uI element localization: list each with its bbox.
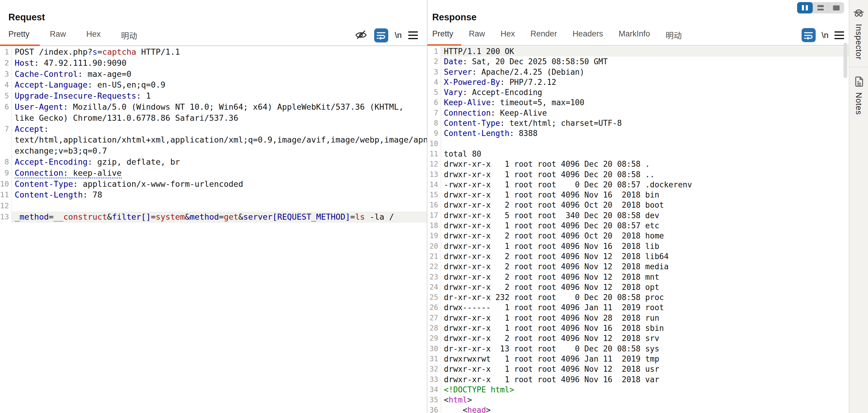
line-content: Accept-Encoding: gzip, deflate, br — [12, 157, 427, 168]
editor-line: 3Cache-Control: max-age=0 — [0, 69, 427, 80]
word-wrap-toggle-button[interactable] — [802, 28, 816, 42]
line-content: drwxr-xr-x 2 root root 4096 Oct 20 2018 … — [441, 231, 849, 241]
sidebar-item-inspector[interactable]: Inspector — [852, 6, 866, 60]
newline-toggle[interactable]: \n — [395, 31, 402, 40]
editor-line: 31drwxrwxrwt 1 root root 4096 Jan 11 201… — [427, 354, 849, 364]
line-number: 32 — [427, 364, 441, 374]
tab-markinfo[interactable]: MarkInfo — [611, 28, 658, 45]
editor-line: 18drwxr-xr-x 1 root root 4096 Dec 20 08:… — [427, 220, 849, 231]
hide-eye-icon[interactable] — [354, 28, 368, 42]
line-number: 10 — [427, 139, 441, 149]
editor-line: 27drwxr-xr-x 1 root root 4096 Nov 28 201… — [427, 313, 849, 323]
line-content: Connection: Keep-Alive — [441, 108, 849, 118]
tab-hex[interactable]: Hex — [76, 28, 111, 45]
line-number: 7 — [427, 108, 441, 118]
sidebar-label-inspector: Inspector — [854, 24, 863, 60]
line-number: 11 — [0, 190, 12, 201]
line-number: 9 — [427, 128, 441, 138]
line-number: 12 — [427, 159, 441, 169]
editor-line: 36 <head> — [427, 405, 849, 413]
editor-line: 15drwxr-xr-x 1 root root 4096 Nov 16 201… — [427, 190, 849, 200]
line-number: 13 — [427, 169, 441, 180]
tab-pretty[interactable]: Pretty — [0, 28, 40, 46]
editor-line: 1POST /index.php?s=captcha HTTP/1.1 — [0, 47, 427, 58]
request-panel: Request PrettyRawHex明动 — [0, 0, 427, 413]
hamburger-menu-icon[interactable] — [408, 31, 418, 39]
line-content: Content-Type: application/x-www-form-url… — [12, 179, 427, 190]
line-number: 26 — [427, 302, 441, 313]
line-content: Server: Apache/2.4.25 (Debian) — [441, 67, 849, 77]
line-content: dr-xr-xr-x 13 root root 0 Dec 20 08:58 s… — [441, 344, 849, 354]
line-content: drwxr-xr-x 2 root root 4096 Oct 20 2018 … — [441, 200, 849, 210]
editor-line: 14-rwxr-xr-x 1 root root 0 Dec 20 08:57 … — [427, 180, 849, 190]
line-number: 8 — [427, 118, 441, 128]
single-pane-layout-icon — [833, 5, 840, 10]
tab-hex[interactable]: Hex — [493, 28, 523, 45]
editor-line: 13_method=__construct&filter[]=system&me… — [0, 212, 427, 222]
request-editor[interactable]: 1POST /index.php?s=captcha HTTP/1.12Host… — [0, 46, 427, 413]
line-number: 25 — [427, 292, 441, 302]
response-panel: Response PrettyRawHexRenderHeadersMarkIn… — [427, 0, 849, 413]
line-content: <head> — [441, 405, 849, 413]
line-content: drwxr-xr-x 1 root root 4096 Dec 20 08:58… — [441, 169, 849, 180]
line-content: HTTP/1.1 200 OK — [441, 46, 849, 57]
editor-line: 4X-Powered-By: PHP/7.2.12 — [427, 77, 849, 87]
line-number: 21 — [427, 251, 441, 262]
line-content: drwx------ 1 root root 4096 Jan 11 2019 … — [441, 302, 849, 313]
editor-line: 22drwxr-xr-x 2 root root 4096 Nov 12 201… — [427, 262, 849, 272]
line-content: drwxr-xr-x 5 root root 340 Dec 20 08:58 … — [441, 210, 849, 220]
tab-明动[interactable]: 明动 — [111, 28, 148, 45]
editor-line: 29drwxr-xr-x 2 root root 4096 Nov 12 201… — [427, 333, 849, 343]
editor-line: 26drwx------ 1 root root 4096 Jan 11 201… — [427, 302, 849, 313]
editor-line: 28drwxr-xr-x 1 root root 4096 Nov 16 201… — [427, 323, 849, 333]
response-title: Response — [432, 12, 849, 23]
line-number: 29 — [427, 333, 441, 343]
line-content — [12, 201, 427, 212]
line-number: 3 — [427, 67, 441, 77]
columns-layout-icon — [802, 5, 808, 10]
editor-line: 25dr-xr-xr-x 232 root root 0 Dec 20 08:5… — [427, 292, 849, 302]
hamburger-menu-icon[interactable] — [835, 31, 844, 39]
editor-line: 3Server: Apache/2.4.25 (Debian) — [427, 67, 849, 77]
line-number: 22 — [427, 262, 441, 272]
newline-toggle[interactable]: \n — [822, 31, 829, 40]
layout-single-button[interactable] — [828, 2, 844, 13]
line-number: 12 — [0, 201, 12, 212]
line-content: X-Powered-By: PHP/7.2.12 — [441, 77, 849, 87]
editor-line: 5Vary: Accept-Encoding — [427, 87, 849, 97]
line-number: 1 — [427, 46, 441, 57]
editor-line: 10Content-Type: application/x-www-form-u… — [0, 179, 427, 190]
request-tabs: PrettyRawHex明动 — [0, 28, 148, 45]
layout-rows-button[interactable] — [813, 2, 829, 13]
sidebar-item-notes[interactable]: Notes — [852, 75, 865, 115]
response-scrollbar-thumb[interactable] — [843, 43, 847, 78]
sidebar-divider — [849, 67, 868, 67]
repeater-view: Request PrettyRawHex明动 — [0, 0, 868, 413]
response-tabs: PrettyRawHexRenderHeadersMarkInfo明动 — [427, 28, 689, 45]
tab-raw[interactable]: Raw — [461, 28, 493, 45]
editor-line: 6Keep-Alive: timeout=5, max=100 — [427, 97, 849, 108]
editor-line: 4Accept-Language: en-US,en;q=0.9 — [0, 79, 427, 91]
word-wrap-toggle-button[interactable] — [374, 28, 388, 42]
layout-columns-button[interactable] — [797, 2, 813, 13]
tab-render[interactable]: Render — [523, 28, 565, 45]
editor-line: 9Connection: keep-alive — [0, 168, 427, 179]
request-panel-header: Request PrettyRawHex明动 — [0, 0, 427, 46]
line-number: 5 — [427, 87, 441, 97]
response-toolbar: \n — [802, 28, 849, 45]
line-number: 4 — [0, 79, 12, 91]
editor-line: 20drwxr-xr-x 1 root root 4096 Nov 16 201… — [427, 241, 849, 251]
sidebar-label-notes: Notes — [854, 92, 863, 115]
line-number: 18 — [427, 220, 441, 231]
editor-line: 19drwxr-xr-x 2 root root 4096 Oct 20 201… — [427, 231, 849, 241]
tab-pretty[interactable]: Pretty — [427, 28, 461, 46]
line-number: 33 — [427, 374, 441, 385]
tab-明动[interactable]: 明动 — [658, 28, 689, 45]
tab-headers[interactable]: Headers — [565, 28, 611, 45]
line-content: drwxr-xr-x 2 root root 4096 Nov 12 2018 … — [441, 272, 849, 282]
tab-raw[interactable]: Raw — [40, 28, 76, 45]
editor-line: 13drwxr-xr-x 1 root root 4096 Dec 20 08:… — [427, 169, 849, 180]
line-number: 17 — [427, 210, 441, 220]
line-number: 5 — [0, 91, 12, 102]
response-editor[interactable]: 1HTTP/1.1 200 OK2Date: Sat, 20 Dec 2025 … — [427, 46, 849, 413]
